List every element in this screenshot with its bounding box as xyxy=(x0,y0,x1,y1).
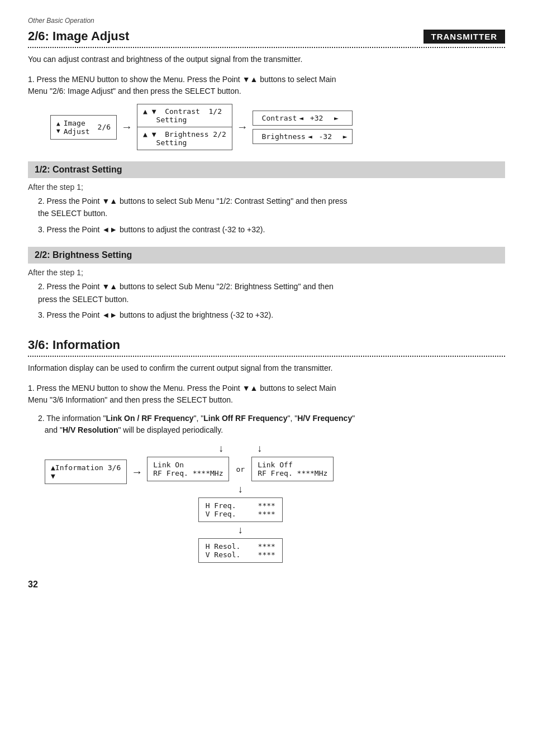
brightness-step2: 2. Press the Point ▼▲ buttons to select … xyxy=(38,280,505,305)
hv-resolution-text: H/V Resolution xyxy=(63,425,118,434)
info-arrow-right: → xyxy=(131,466,142,479)
link-off-rf-text: Link Off RF Frequency xyxy=(203,414,287,423)
hv-freq-text: H/V Frequency xyxy=(297,414,352,423)
arrow-right-1: → xyxy=(121,121,132,133)
h-freq-label: H Freq. xyxy=(206,501,236,510)
brightness-value-box: Brightness ◄ -32 ► xyxy=(253,129,353,144)
arrow-right-2: → xyxy=(237,121,248,133)
information-step2: 2. The information "Link On / RF Frequen… xyxy=(38,413,505,436)
image-adjust-step1: 1. Press the MENU button to show the Men… xyxy=(28,74,505,97)
sub-menu-brightness: ▲ ▼ Brightness 2/2 Setting xyxy=(137,127,232,150)
down-arrow-hv-resol: ↓ xyxy=(238,524,243,536)
sub-down-icon: ▼ xyxy=(152,107,156,116)
brightness-after-step: After the step 1; xyxy=(28,268,505,277)
link-off-box: Link Off RF Freq. ****MHz xyxy=(251,457,334,481)
link-on-line2: RF Freq. ****MHz xyxy=(153,469,223,477)
brightness-value-row: Brightness ◄ -32 ► xyxy=(253,130,352,143)
sub-up-icon: ▲ xyxy=(143,107,147,116)
brightness-step3: 3. Press the Point ◄► buttons to adjust … xyxy=(38,309,505,321)
up-arrow-icon: ▲ xyxy=(56,120,60,127)
sub-menu-box: ▲ ▼ Contrast 1/2 Setting ▲ ▼ Brightness … xyxy=(137,104,232,150)
sub-menu-contrast: ▲ ▼ Contrast 1/2 Setting xyxy=(137,104,232,127)
image-adjust-diagram: ▲ ▼ Image Adjust 2/6 → ▲ ▼ Contrast 1/2 … xyxy=(50,104,505,150)
section-divider xyxy=(28,47,505,48)
information-description: Information display can be used to confi… xyxy=(28,363,505,372)
down-arrow-link-off: ↓ xyxy=(257,443,262,454)
value-boxes: Contrast ◄ +32 ► Brightness ◄ -32 ► xyxy=(253,111,353,144)
info-divider xyxy=(28,356,505,357)
v-freq-val: **** xyxy=(258,510,275,518)
information-step1: 1. Press the MENU button to show the Men… xyxy=(28,382,505,406)
menu-label: Image xyxy=(64,119,90,127)
down-arrow-icon: ▼ xyxy=(56,127,60,135)
sub-up2-icon: ▲ xyxy=(143,130,147,138)
brightness-right-icon: ► xyxy=(343,132,348,141)
menu-number: 2/6 xyxy=(98,123,111,131)
link-on-line1: Link On xyxy=(153,461,223,469)
link-on-rf-text: Link On / RF Frequency xyxy=(106,414,193,423)
information-diagram: ▲Information 3/6 ▼ → ↓ ↓ xyxy=(28,443,505,563)
v-resol-val: **** xyxy=(258,551,275,559)
image-adjust-description: You can adjust contrast and brightness o… xyxy=(28,55,505,64)
h-resol-label: H Resol. xyxy=(206,542,241,551)
contrast-steps: 2. Press the Point ▼▲ buttons to select … xyxy=(38,195,505,236)
link-off-line1: Link Off xyxy=(258,461,327,469)
sub-down2-icon: ▼ xyxy=(152,130,156,138)
page-number: 32 xyxy=(28,580,505,590)
transmitter-badge: TRANSMITTER xyxy=(423,30,506,44)
section-image-adjust-title: 2/6: Image Adjust xyxy=(28,29,129,44)
hv-freq-box: H Freq. **** V Freq. **** xyxy=(198,497,283,522)
link-on-box: Link On RF Freq. ****MHz xyxy=(147,457,229,481)
contrast-left-icon: ◄ xyxy=(299,114,303,122)
menu-label2: Adjust xyxy=(64,127,90,136)
contrast-value-box: Contrast ◄ +32 ► xyxy=(253,111,353,126)
contrast-section-header: 1/2: Contrast Setting xyxy=(28,161,505,178)
h-resol-val: **** xyxy=(258,542,275,551)
contrast-right-icon: ► xyxy=(334,114,339,122)
contrast-value-row: Contrast ◄ +32 ► xyxy=(253,111,352,125)
brightness-left-icon: ◄ xyxy=(308,132,312,141)
down-arrow-link-on: ↓ xyxy=(218,443,223,454)
info-down-icon: ▼ xyxy=(51,472,55,480)
page-header: Other Basic Operation xyxy=(28,17,505,25)
brightness-section-header: 2/2: Brightness Setting xyxy=(28,247,505,264)
brightness-steps: 2. Press the Point ▼▲ buttons to select … xyxy=(38,280,505,321)
info-menu-box: ▲Information 3/6 ▼ xyxy=(45,460,127,484)
v-freq-label: V Freq. xyxy=(206,510,236,518)
down-arrow-hv-freq: ↓ xyxy=(238,484,243,495)
hv-resol-box: H Resol. **** V Resol. **** xyxy=(198,538,283,563)
or-text: or xyxy=(236,465,245,473)
contrast-after-step: After the step 1; xyxy=(28,183,505,192)
info-up-icon: ▲ xyxy=(51,463,55,472)
contrast-step3: 3. Press the Point ◄► buttons to adjust … xyxy=(38,223,505,236)
h-freq-val: **** xyxy=(258,501,275,510)
v-resol-label: V Resol. xyxy=(206,551,241,559)
main-menu-box: ▲ ▼ Image Adjust 2/6 xyxy=(50,115,117,140)
link-off-line2: RF Freq. ****MHz xyxy=(258,469,327,477)
information-title: 3/6: Information xyxy=(28,338,505,352)
contrast-step2: 2. Press the Point ▼▲ buttons to select … xyxy=(38,195,505,220)
